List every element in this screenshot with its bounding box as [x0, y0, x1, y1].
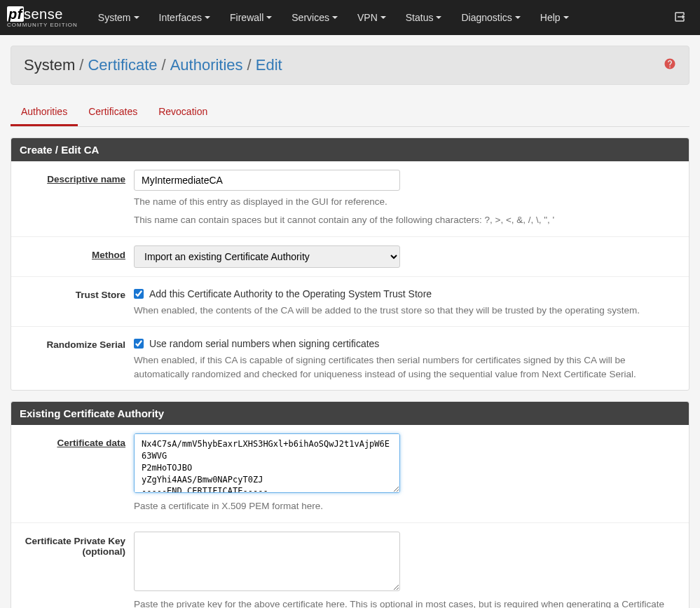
group-method: Method Import an existing Certificate Au…	[11, 237, 689, 277]
panel-create-edit-ca: Create / Edit CA Descriptive name The na…	[11, 137, 689, 391]
nav-interfaces[interactable]: Interfaces	[149, 0, 220, 35]
brand-logo[interactable]: pfsense COMMUNITY EDITION	[7, 7, 78, 28]
nav-status[interactable]: Status	[396, 0, 452, 35]
label-trust-store: Trust Store	[22, 285, 134, 300]
nav-services[interactable]: Services	[282, 0, 348, 35]
caret-icon	[563, 16, 569, 19]
label-private-key: Certificate Private Key (optional)	[22, 532, 134, 557]
logout-icon[interactable]	[673, 11, 686, 25]
tabs: Authorities Certificates Revocation	[11, 99, 689, 127]
top-navbar: pfsense COMMUNITY EDITION System Interfa…	[0, 0, 700, 35]
group-descriptive-name: Descriptive name The name of this entry …	[11, 161, 689, 237]
panel-heading: Existing Certificate Authority	[11, 402, 689, 425]
tab-certificates[interactable]: Certificates	[78, 99, 148, 126]
select-method[interactable]: Import an existing Certificate Authority	[134, 245, 400, 268]
caret-icon	[266, 16, 272, 19]
logo-sense: sense	[24, 6, 63, 22]
group-private-key: Certificate Private Key (optional) Paste…	[11, 523, 689, 609]
breadcrumb-certificate[interactable]: Certificate	[88, 56, 157, 74]
textarea-private-key[interactable]	[134, 532, 400, 591]
tab-authorities[interactable]: Authorities	[11, 99, 78, 126]
help-text: This name can contain spaces but it cann…	[134, 213, 678, 227]
label-descriptive-name: Descriptive name	[22, 170, 134, 184]
checkbox-trust-label: Add this Certificate Authority to the Op…	[149, 288, 432, 299]
logo-pf: pf	[7, 6, 24, 22]
group-randomize-serial: Randomize Serial Use random serial numbe…	[11, 327, 689, 391]
caret-icon	[380, 16, 386, 19]
nav-firewall[interactable]: Firewall	[220, 0, 282, 35]
label-certificate-data: Certificate data	[22, 433, 134, 448]
panel-existing-ca: Existing Certificate Authority Certifica…	[11, 401, 689, 608]
checkbox-randomize-serial[interactable]	[134, 339, 144, 349]
breadcrumb-panel: System / Certificate / Authorities / Edi…	[11, 46, 689, 85]
checkbox-trust-store[interactable]	[134, 289, 144, 299]
nav-menu: System Interfaces Firewall Services VPN …	[88, 0, 673, 35]
breadcrumb: System / Certificate / Authorities / Edi…	[24, 56, 282, 74]
caret-icon	[332, 16, 338, 19]
caret-icon	[205, 16, 210, 19]
caret-icon	[436, 16, 441, 19]
help-text: Paste a certificate in X.509 PEM format …	[134, 499, 678, 513]
nav-diagnostics[interactable]: Diagnostics	[451, 0, 530, 35]
group-trust-store: Trust Store Add this Certificate Authori…	[11, 277, 689, 327]
nav-vpn[interactable]: VPN	[348, 0, 396, 35]
tab-revocation[interactable]: Revocation	[148, 99, 218, 126]
caret-icon	[515, 16, 521, 19]
label-method: Method	[22, 245, 134, 260]
help-text: The name of this entry as displayed in t…	[134, 195, 678, 209]
logo-subtitle: COMMUNITY EDITION	[7, 22, 78, 28]
help-text: When enabled, if this CA is capable of s…	[134, 353, 678, 382]
nav-help[interactable]: Help	[530, 0, 579, 35]
panel-heading: Create / Edit CA	[11, 138, 689, 161]
nav-system[interactable]: System	[88, 0, 149, 35]
breadcrumb-root: System	[24, 56, 75, 74]
textarea-certificate-data[interactable]	[134, 433, 400, 493]
input-descriptive-name[interactable]	[134, 170, 400, 191]
breadcrumb-authorities[interactable]: Authorities	[170, 56, 243, 74]
help-text: When enabled, the contents of the CA wil…	[134, 304, 678, 318]
group-certificate-data: Certificate data Paste a certificate in …	[11, 425, 689, 522]
label-randomize-serial: Randomize Serial	[22, 335, 134, 350]
help-icon[interactable]	[664, 58, 676, 74]
caret-icon	[134, 16, 139, 19]
help-text: Paste the private key for the above cert…	[134, 597, 678, 609]
checkbox-randomize-label: Use random serial numbers when signing c…	[149, 338, 379, 349]
breadcrumb-edit[interactable]: Edit	[256, 56, 282, 74]
